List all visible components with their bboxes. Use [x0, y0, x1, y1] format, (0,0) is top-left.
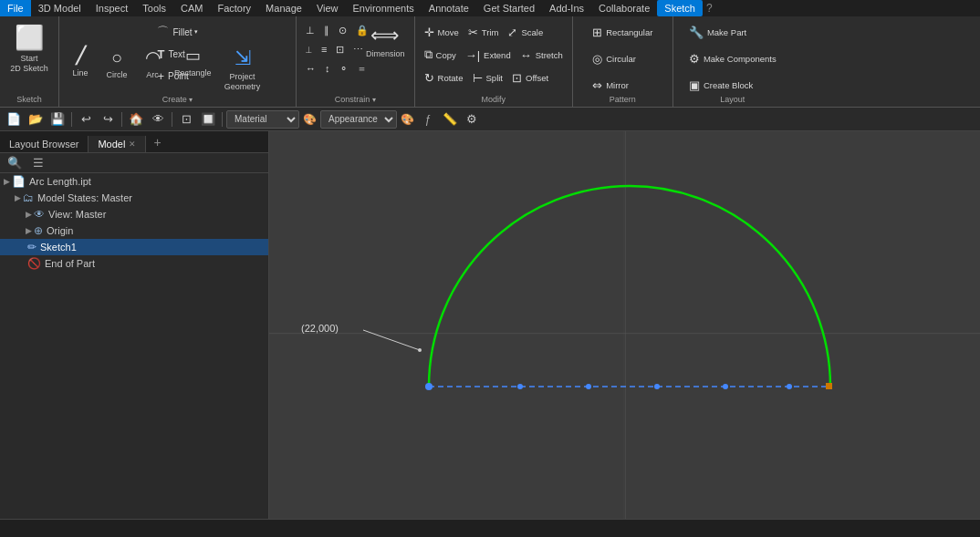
tb-display[interactable]: 🔲: [198, 109, 218, 129]
fillet-dropdown-arrow: ▾: [194, 28, 198, 36]
make-components-button[interactable]: ⚙ Make Components: [685, 48, 780, 68]
trim-button[interactable]: ✂ Trim: [464, 22, 503, 42]
dimension-button[interactable]: ⟺ Dimension: [362, 22, 409, 61]
split-button[interactable]: ⊢ Split: [469, 67, 506, 88]
move-button[interactable]: ✛ Move: [421, 22, 463, 42]
tb-redo[interactable]: ↪: [98, 109, 118, 129]
sketch-section-label: Sketch: [0, 95, 58, 104]
tb-save[interactable]: 💾: [47, 109, 68, 129]
material-icon: 🎨: [303, 113, 317, 126]
fillet-button[interactable]: ⌒ Fillet ▾: [153, 22, 201, 42]
tree-arc-length[interactable]: ▶ 📄 Arc Length.ipt: [0, 173, 268, 190]
create-section-label: Create ▾: [59, 95, 296, 104]
menu-add-ins[interactable]: Add-Ins: [542, 0, 591, 16]
menu-tools[interactable]: Tools: [135, 0, 173, 16]
copy-button[interactable]: ⧉ Copy: [421, 45, 460, 65]
project-geometry-label: ProjectGeometry: [224, 72, 261, 92]
line-button[interactable]: ╱ Line: [65, 45, 96, 94]
viewport[interactable]: (22,000): [269, 131, 980, 519]
extend-icon: →|: [465, 48, 480, 62]
tab-model-close[interactable]: ✕: [129, 139, 136, 149]
constrain-8[interactable]: ↕: [321, 60, 334, 77]
circle-button[interactable]: ○ Circle: [99, 45, 134, 94]
menu-factory[interactable]: Factory: [210, 0, 258, 16]
scale-button[interactable]: ⤢ Scale: [504, 22, 547, 42]
menu-3d-model[interactable]: 3D Model: [31, 0, 89, 16]
rectangle-button[interactable]: ▭ Rectangle: [171, 45, 215, 94]
constrain-eq[interactable]: ＝: [353, 60, 370, 77]
menu-view[interactable]: View: [309, 0, 346, 16]
constrain-7[interactable]: ↔: [302, 60, 319, 77]
modify-section-label: Modify: [415, 95, 572, 104]
tb-open[interactable]: 📂: [26, 109, 46, 129]
constrain-6[interactable]: ⊡: [332, 41, 348, 57]
sketch-tools: ⬜ Start2D Sketch: [6, 20, 52, 105]
menu-manage[interactable]: Manage: [258, 0, 309, 16]
tab-model-label: Model: [98, 139, 125, 150]
copy-icon: ⧉: [424, 47, 433, 62]
arc-button[interactable]: ◠ Arc: [138, 45, 167, 94]
constrain-tools: ⊥ ∥ ⊙ 🔒 ⟂ ≡ ⊡ ⋯ ↔ ↕ ⚬ ＝: [302, 20, 409, 105]
menu-collaborate[interactable]: Collaborate: [591, 0, 657, 16]
tree-model-states[interactable]: ▶ 🗂 Model States: Master: [0, 190, 268, 206]
start-2d-sketch-button[interactable]: ⬜ Start2D Sketch: [6, 22, 52, 76]
tab-layout-browser[interactable]: Layout Browser: [0, 136, 89, 152]
tb-home[interactable]: 🏠: [126, 109, 146, 129]
stretch-button[interactable]: ↔ Stretch: [516, 45, 567, 65]
material-select[interactable]: Material: [226, 110, 299, 129]
menu-environments[interactable]: Environments: [346, 0, 422, 16]
status-bar: [0, 519, 980, 537]
offset-button[interactable]: ⊡ Offset: [508, 67, 552, 88]
mirror-button[interactable]: ⇔ Mirror: [589, 75, 632, 95]
arc-length-label: Arc Length.ipt: [29, 176, 91, 187]
constrain-2[interactable]: ∥: [320, 22, 333, 38]
sidebar-menu-btn[interactable]: ☰: [29, 154, 47, 171]
circular-pattern-button[interactable]: ◎ Circular: [589, 48, 640, 68]
tb-sep4: [222, 112, 223, 127]
help-icon[interactable]: ?: [706, 2, 713, 15]
layout-tools: 🔧 Make Part ⚙ Make Components ▣ Create B…: [685, 20, 780, 105]
constrain-4[interactable]: ⟂: [302, 41, 316, 57]
constrain-5[interactable]: ≡: [318, 41, 330, 57]
start-sketch-icon: ⬜: [15, 24, 44, 52]
menu-bar: File 3D Model Inspect Tools CAM Factory …: [0, 0, 980, 16]
extend-button[interactable]: →| Extend: [462, 45, 515, 65]
tb-snap[interactable]: ⊡: [176, 109, 196, 129]
tree-sketch1[interactable]: ✏ Sketch1: [0, 239, 268, 255]
appearance-select[interactable]: Appearance: [320, 110, 397, 129]
tab-model[interactable]: Model ✕: [89, 136, 146, 152]
add-tab-button[interactable]: +: [146, 132, 168, 152]
ribbon-pattern-section: ⊞ Rectangular ◎ Circular ⇔ Mirror Patter…: [573, 16, 673, 107]
tree-end-of-part[interactable]: 🚫 End of Part: [0, 255, 268, 272]
make-part-button[interactable]: 🔧 Make Part: [685, 22, 750, 42]
mid-point-5: [787, 384, 792, 389]
tb-measure[interactable]: 📏: [440, 109, 460, 129]
end-of-part-icon: 🚫: [27, 257, 41, 270]
tb-params[interactable]: ⚙: [462, 109, 482, 129]
rotate-button[interactable]: ↻ Rotate: [421, 67, 467, 88]
menu-sketch[interactable]: Sketch: [657, 0, 703, 16]
menu-annotate[interactable]: Annotate: [422, 0, 476, 16]
tree-origin[interactable]: ▶ ⊕ Origin: [0, 222, 268, 239]
constrain-1[interactable]: ⊥: [302, 22, 318, 38]
dimension-label: Dimension: [366, 49, 405, 59]
project-geometry-button[interactable]: ⇲ ProjectGeometry: [219, 45, 266, 94]
view-master-arrow: ▶: [26, 210, 32, 219]
constrain-9[interactable]: ⚬: [336, 60, 351, 77]
trim-icon: ✂: [468, 26, 478, 39]
menu-file[interactable]: File: [0, 0, 31, 16]
tree-view-master[interactable]: ▶ 👁 View: Master: [0, 206, 268, 222]
menu-inspect[interactable]: Inspect: [89, 0, 135, 16]
constrain-3[interactable]: ⊙: [335, 22, 350, 38]
tb-undo[interactable]: ↩: [76, 109, 96, 129]
tb-new[interactable]: 📄: [4, 109, 24, 129]
menu-get-started[interactable]: Get Started: [476, 0, 542, 16]
tab-layout-browser-label: Layout Browser: [9, 139, 78, 150]
sidebar-search-btn[interactable]: 🔍: [4, 154, 26, 171]
rectangular-button[interactable]: ⊞ Rectangular: [589, 22, 656, 42]
left-endpoint: [425, 383, 433, 390]
tb-formula[interactable]: ƒ: [418, 109, 438, 129]
create-block-button[interactable]: ▣ Create Block: [685, 75, 756, 95]
menu-cam[interactable]: CAM: [173, 0, 210, 16]
tb-view[interactable]: 👁: [148, 109, 168, 129]
